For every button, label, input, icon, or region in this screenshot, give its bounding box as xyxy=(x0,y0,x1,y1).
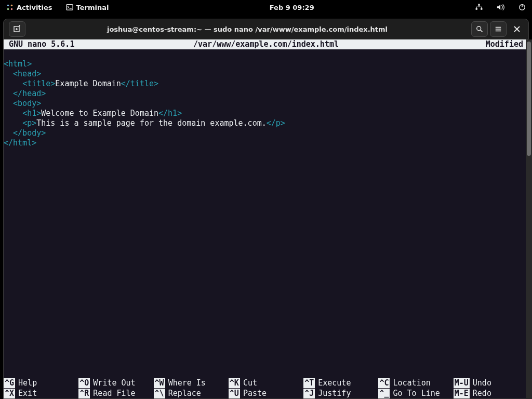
code-tag: <head> xyxy=(13,69,41,78)
code-tag: </title> xyxy=(121,79,158,88)
nano-status: Modified xyxy=(486,39,526,49)
shortcut-key: ^T xyxy=(303,378,315,388)
window-title: joshua@centos-stream:~ — sudo nano /var/… xyxy=(25,25,469,33)
shortcut-label: Help xyxy=(18,378,37,388)
terminal-headerbar: joshua@centos-stream:~ — sudo nano /var/… xyxy=(3,19,529,39)
shortcut-label: Go To Line xyxy=(393,389,440,398)
nano-editor[interactable]: <html> <head> <title>Example Domain</tit… xyxy=(4,49,528,378)
shortcut-label: Replace xyxy=(168,389,201,398)
code-text: Example Domain xyxy=(55,79,121,88)
shortcut-key: ^J xyxy=(303,389,315,398)
shortcut-key: ^X xyxy=(4,389,15,398)
shortcut-key: ^W xyxy=(154,378,165,388)
svg-point-1 xyxy=(11,5,13,7)
code-tag: <body> xyxy=(13,99,41,108)
hamburger-icon xyxy=(495,25,502,33)
svg-point-2 xyxy=(7,8,9,10)
code-tag: </head> xyxy=(13,89,46,98)
svg-rect-7 xyxy=(481,8,482,10)
shortcut-key: ^O xyxy=(78,378,90,388)
code-tag: <p> xyxy=(22,118,36,128)
shortcut-key: ^K xyxy=(229,378,240,388)
svg-line-16 xyxy=(481,30,483,32)
new-tab-button[interactable] xyxy=(9,21,25,37)
shortcut-key: ^_ xyxy=(378,389,390,398)
svg-point-0 xyxy=(7,5,9,7)
code-tag: </h1> xyxy=(158,109,182,118)
shortcut-label: Exit xyxy=(18,389,37,398)
shortcut-label: Where Is xyxy=(168,378,206,388)
svg-rect-5 xyxy=(478,4,480,6)
shortcut-key: ^R xyxy=(78,389,90,398)
app-indicator[interactable]: Terminal xyxy=(64,3,111,12)
shortcut-label: Redo xyxy=(473,389,491,398)
close-button[interactable] xyxy=(509,21,525,37)
svg-point-3 xyxy=(11,8,13,10)
code-text: Welcome to Example Domain xyxy=(41,109,158,118)
volume-icon[interactable] xyxy=(495,3,507,12)
shortcut-key: M-E xyxy=(454,389,470,398)
nano-shortcut-bar: ^GHelp ^XExit ^OWrite Out ^RRead File ^W… xyxy=(4,378,528,398)
shortcut-label: Write Out xyxy=(93,378,135,388)
code-tag: <title> xyxy=(22,79,55,88)
search-button[interactable] xyxy=(471,21,488,37)
shortcut-label: Execute xyxy=(318,378,351,388)
shortcut-label: Location xyxy=(393,378,430,388)
clock-label: Feb 9 09:29 xyxy=(270,4,314,11)
search-icon xyxy=(476,25,483,33)
svg-rect-6 xyxy=(476,8,477,10)
code-tag: <html> xyxy=(4,59,32,69)
shortcut-key: ^U xyxy=(229,389,240,398)
nano-version: GNU nano 5.6.1 xyxy=(6,39,74,49)
shortcut-key: ^\ xyxy=(154,389,165,398)
shortcut-key: ^G xyxy=(4,378,15,388)
power-icon[interactable] xyxy=(516,3,528,12)
code-tag: </body> xyxy=(13,128,46,138)
terminal-icon xyxy=(66,4,73,11)
code-text: This is a sample page for the domain exa… xyxy=(36,118,267,128)
shortcut-key: M-U xyxy=(454,378,470,388)
activities-icon xyxy=(6,4,14,11)
code-tag: </html> xyxy=(4,138,36,148)
nano-filepath: /var/www/example.com/index.html xyxy=(4,39,528,49)
scrollbar-thumb[interactable] xyxy=(527,42,531,156)
close-icon xyxy=(514,26,520,32)
shortcut-label: Justify xyxy=(318,389,351,398)
app-label: Terminal xyxy=(76,4,109,11)
shortcut-label: Paste xyxy=(243,389,267,398)
code-tag: <h1> xyxy=(22,109,41,118)
activities-button[interactable]: Activities xyxy=(4,3,55,12)
shortcut-key: ^C xyxy=(378,378,390,388)
code-tag: </p> xyxy=(267,118,285,128)
svg-rect-4 xyxy=(66,5,72,10)
shortcut-label: Cut xyxy=(243,378,257,388)
gnome-topbar: Activities Terminal Feb 9 09:29 xyxy=(0,0,532,15)
terminal-viewport[interactable]: GNU nano 5.6.1 /var/www/example.com/inde… xyxy=(3,39,529,399)
shortcut-label: Undo xyxy=(473,378,491,388)
nano-titlebar: GNU nano 5.6.1 /var/www/example.com/inde… xyxy=(4,39,528,49)
activities-label: Activities xyxy=(17,4,52,11)
network-icon[interactable] xyxy=(473,3,485,12)
shortcut-label: Read File xyxy=(93,389,135,398)
menu-button[interactable] xyxy=(490,21,507,37)
clock[interactable]: Feb 9 09:29 xyxy=(268,3,316,12)
scrollbar[interactable] xyxy=(526,39,532,399)
